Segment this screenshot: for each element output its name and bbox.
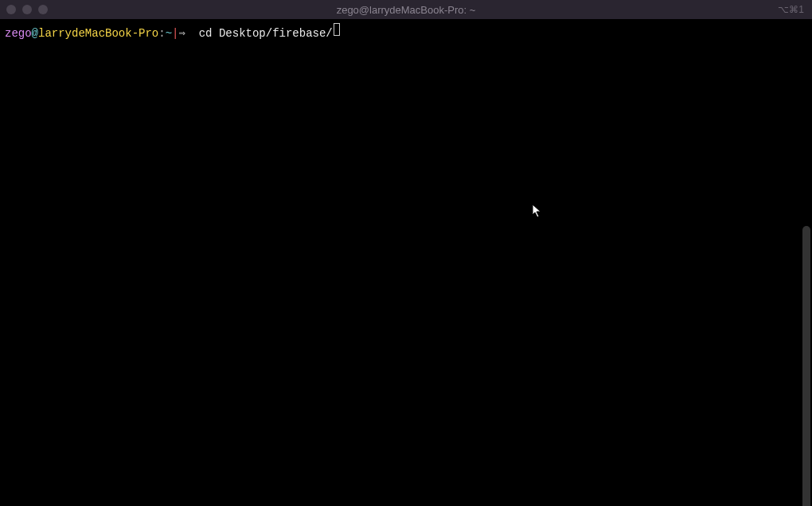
maximize-button[interactable] bbox=[38, 5, 48, 14]
minimize-button[interactable] bbox=[22, 5, 32, 14]
prompt-colon: : bbox=[158, 25, 165, 42]
prompt-host: larrydeMacBook-Pro bbox=[38, 25, 158, 42]
window-titlebar: zego@larrydeMacBook-Pro: ~ ⌥⌘1 bbox=[0, 0, 812, 19]
close-button[interactable] bbox=[6, 5, 16, 14]
traffic-lights bbox=[6, 5, 48, 14]
prompt-line: zego@larrydeMacBook-Pro:~|⇒ cd Desktop/f… bbox=[5, 24, 807, 42]
prompt-pipe: | bbox=[172, 25, 178, 42]
titlebar-shortcut-indicator: ⌥⌘1 bbox=[778, 4, 804, 15]
scrollbar[interactable] bbox=[802, 226, 810, 506]
prompt-at: @ bbox=[32, 25, 38, 42]
command-input[interactable]: cd Desktop/firebase/ bbox=[199, 25, 333, 42]
terminal-body[interactable]: zego@larrydeMacBook-Pro:~|⇒ cd Desktop/f… bbox=[0, 19, 812, 506]
prompt-user: zego bbox=[5, 25, 32, 42]
text-cursor bbox=[334, 23, 340, 36]
prompt-arrow: ⇒ bbox=[178, 25, 185, 42]
prompt-path: ~ bbox=[166, 25, 172, 42]
window-title: zego@larrydeMacBook-Pro: ~ bbox=[337, 4, 476, 16]
